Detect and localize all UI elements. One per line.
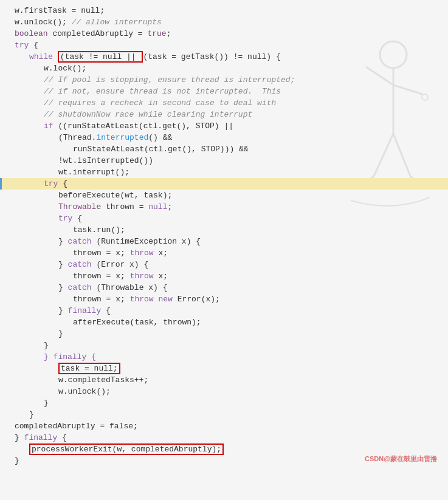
code-line: processWorkerExit(w, completedAbruptly); — [0, 443, 448, 455]
code-line: (Thread.interrupted() && — [0, 132, 448, 143]
code-line: task.run(); — [0, 224, 448, 236]
code-line: } — [0, 328, 448, 340]
csdn-watermark: CSDN@蒙在鼓里由雷撸 — [365, 454, 437, 464]
code-line: thrown = x; throw new Error(x); — [0, 293, 448, 305]
code-line: w.unlock(); — [0, 386, 448, 397]
code-line: w.lock(); — [0, 63, 448, 74]
code-line: w.completedTasks++; — [0, 374, 448, 386]
code-line: completedAbruptly = false; — [0, 420, 448, 432]
code-area: w.firstTask = null;w.unlock(); // allow … — [0, 5, 448, 467]
code-line: w.unlock(); // allow interrupts — [0, 16, 448, 28]
code-line: } — [0, 397, 448, 409]
code-line: } finally { — [0, 305, 448, 317]
code-line: w.firstTask = null; — [0, 5, 448, 16]
code-line: } catch (Throwable x) { — [0, 282, 448, 293]
code-line: !wt.isInterrupted()) — [0, 155, 448, 166]
code-line: } finally { — [0, 351, 448, 363]
code-line: boolean completedAbruptly = true; — [0, 28, 448, 39]
code-line: task = null; — [0, 363, 448, 374]
code-line: beforeExecute(wt, task); — [0, 190, 448, 201]
code-line: } finally { — [0, 432, 448, 443]
code-line: try { — [0, 39, 448, 51]
code-line: // shutdownNow race while clearing inter… — [0, 109, 448, 120]
code-line: // If pool is stopping, ensure thread is… — [0, 74, 448, 86]
code-line: // requires a recheck in second case to … — [0, 97, 448, 109]
code-line: } — [0, 409, 448, 420]
code-line: } catch (Error x) { — [0, 259, 448, 270]
code-line: while (task != null || (task = getTask()… — [0, 51, 448, 63]
code-line: // if not, ensure thread is not interrup… — [0, 86, 448, 97]
code-line: } catch (RuntimeException x) { — [0, 236, 448, 247]
code-line: wt.interrupt(); — [0, 166, 448, 178]
code-line: thrown = x; throw x; — [0, 270, 448, 282]
code-line: try { — [0, 213, 448, 224]
code-line: if ((runStateAtLeast(ctl.get(), STOP) || — [0, 120, 448, 132]
code-line: afterExecute(task, thrown); — [0, 317, 448, 328]
code-line: thrown = x; throw x; — [0, 247, 448, 259]
code-line: Throwable thrown = null; — [0, 201, 448, 213]
code-line: try { — [0, 178, 448, 190]
code-container: w.firstTask = null;w.unlock(); // allow … — [0, 0, 448, 500]
code-line: } — [0, 340, 448, 351]
code-line: runStateAtLeast(ctl.get(), STOP))) && — [0, 143, 448, 155]
